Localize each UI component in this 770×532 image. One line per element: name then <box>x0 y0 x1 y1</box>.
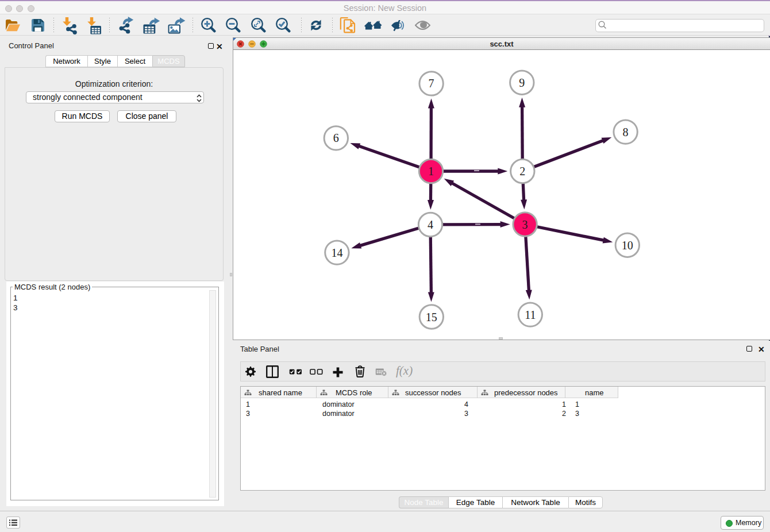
svg-text:14: 14 <box>331 246 342 259</box>
svg-text:9: 9 <box>519 76 525 89</box>
svg-text:3: 3 <box>522 218 528 231</box>
svg-text:11: 11 <box>525 309 536 321</box>
svg-text:7: 7 <box>429 77 434 90</box>
svg-text:15: 15 <box>426 311 437 323</box>
svg-text:8: 8 <box>623 126 629 138</box>
svg-text:6: 6 <box>333 132 339 144</box>
svg-text:1: 1 <box>428 165 434 178</box>
svg-text:4: 4 <box>428 218 433 231</box>
svg-text:2: 2 <box>519 165 525 178</box>
svg-text:10: 10 <box>622 239 633 252</box>
